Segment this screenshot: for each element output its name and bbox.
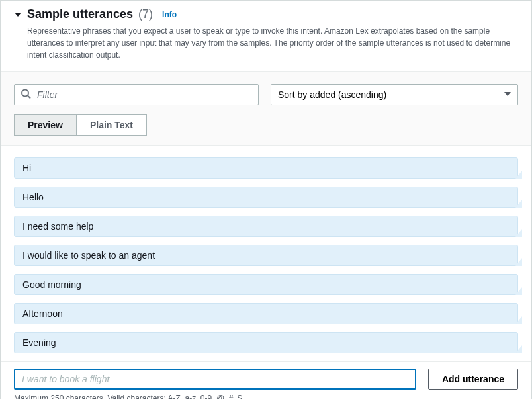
- tab-plain-text[interactable]: Plain Text: [77, 114, 147, 136]
- utterance-bubble[interactable]: Good morning: [14, 274, 518, 295]
- filter-wrapper: [14, 84, 259, 105]
- utterance-bubble[interactable]: Evening: [14, 332, 518, 353]
- title-row: Sample utterances (7) Info: [14, 7, 518, 21]
- filter-input[interactable]: [14, 84, 259, 105]
- utterance-bubble[interactable]: Afternoon: [14, 303, 518, 324]
- panel-title: Sample utterances: [27, 7, 133, 21]
- utterance-bubble[interactable]: Hello: [14, 187, 518, 208]
- add-utterance-button[interactable]: Add utterance: [428, 369, 518, 390]
- tab-preview[interactable]: Preview: [14, 114, 77, 136]
- utterance-count: (7): [138, 7, 153, 21]
- sort-select[interactable]: Sort by added (ascending): [271, 84, 518, 105]
- utterance-bubble[interactable]: I would like to speak to an agent: [14, 245, 518, 266]
- info-link[interactable]: Info: [162, 10, 177, 19]
- collapse-caret-icon[interactable]: [14, 11, 22, 19]
- footer-section: Add utterance Maximum 250 characters. Va…: [1, 361, 531, 399]
- new-utterance-input[interactable]: [14, 369, 416, 390]
- panel-description: Representative phrases that you expect a…: [14, 25, 518, 61]
- utterance-list: Hi Hello I need some help I would like t…: [1, 146, 531, 361]
- add-row: Add utterance: [14, 369, 518, 390]
- view-mode-segment: Preview Plain Text: [14, 114, 518, 136]
- utterance-bubble[interactable]: Hi: [14, 157, 518, 179]
- panel-header: Sample utterances (7) Info Representativ…: [1, 1, 531, 72]
- sort-button[interactable]: Sort by added (ascending): [271, 84, 518, 105]
- filter-sort-row: Sort by added (ascending): [14, 84, 518, 105]
- controls-section: Sort by added (ascending) Preview Plain …: [1, 72, 531, 146]
- utterance-bubble[interactable]: I need some help: [14, 216, 518, 237]
- sample-utterances-panel: Sample utterances (7) Info Representativ…: [0, 0, 532, 399]
- scrollbar-track: [523, 157, 529, 353]
- input-hint: Maximum 250 characters. Valid characters…: [14, 394, 518, 399]
